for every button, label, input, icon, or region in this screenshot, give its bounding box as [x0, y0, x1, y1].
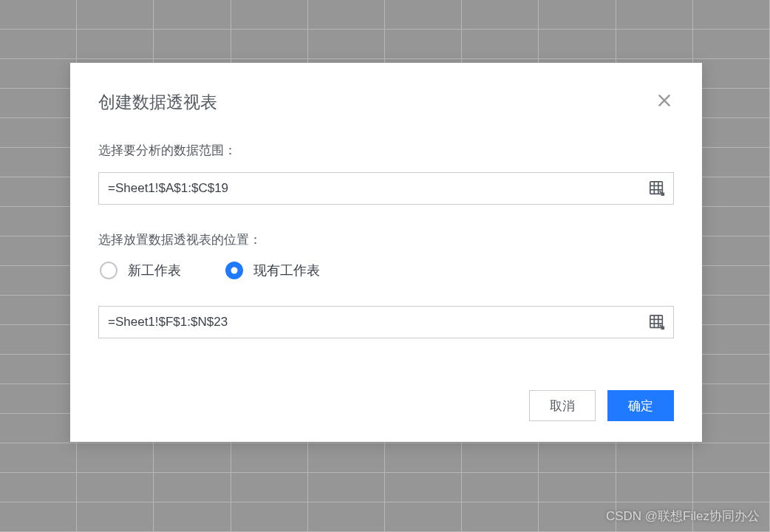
- create-pivot-table-dialog: 创建数据透视表 选择要分析的数据范围： 选择放置数据透视表的位置：: [70, 63, 702, 442]
- target-range-input-wrapper: [98, 306, 674, 338]
- confirm-button[interactable]: 确定: [607, 390, 674, 421]
- close-button[interactable]: [655, 91, 674, 110]
- radio-new-sheet-label: 新工作表: [128, 262, 181, 279]
- radio-icon: [225, 262, 243, 279]
- dialog-footer: 取消 确定: [98, 390, 674, 421]
- radio-new-sheet[interactable]: 新工作表: [100, 262, 181, 279]
- data-range-input-wrapper: [98, 172, 674, 205]
- placement-radio-group: 新工作表 现有工作表: [98, 262, 674, 279]
- radio-existing-sheet-label: 现有工作表: [253, 262, 320, 279]
- dialog-title: 创建数据透视表: [98, 91, 217, 114]
- range-selector-icon: [649, 314, 665, 330]
- range-selector-button[interactable]: [649, 180, 665, 197]
- data-range-input[interactable]: [98, 172, 674, 205]
- range-selector-icon: [649, 180, 665, 197]
- placement-label: 选择放置数据透视表的位置：: [98, 231, 674, 248]
- target-range-input[interactable]: [98, 306, 674, 338]
- range-selector-button[interactable]: [649, 314, 665, 330]
- dialog-header: 创建数据透视表: [98, 91, 674, 114]
- radio-existing-sheet[interactable]: 现有工作表: [225, 262, 320, 279]
- data-range-label: 选择要分析的数据范围：: [98, 142, 674, 159]
- watermark: CSDN @联想Filez协同办公: [606, 508, 760, 525]
- close-icon: [656, 92, 672, 109]
- cancel-button[interactable]: 取消: [529, 390, 596, 421]
- radio-icon: [100, 262, 117, 279]
